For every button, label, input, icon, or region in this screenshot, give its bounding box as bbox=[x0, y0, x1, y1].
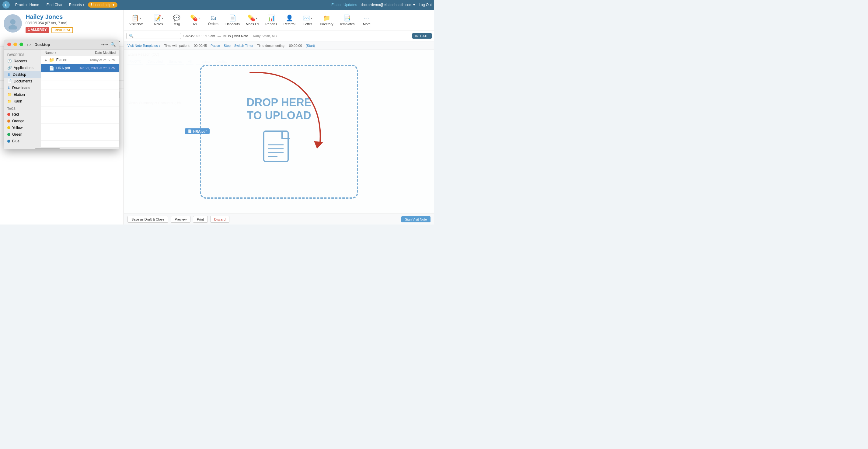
print-button[interactable]: Print bbox=[193, 216, 208, 223]
discard-button[interactable]: Discard bbox=[210, 216, 229, 223]
sign-visit-note-button[interactable]: Sign Visit Note bbox=[401, 216, 431, 222]
finder-row-empty-2 bbox=[41, 81, 119, 90]
content-area: Exam Reason (CC) Rx/OTC Controlled Sampl… bbox=[124, 50, 434, 214]
patient-name: Hailey Jones bbox=[26, 13, 73, 21]
referral-label: Referral bbox=[284, 22, 296, 26]
toolbar-msg[interactable]: 💬 Msg bbox=[168, 13, 186, 27]
finder-row-empty-8 bbox=[41, 132, 119, 140]
drop-zone[interactable]: DROP HERE TO UPLOAD bbox=[124, 50, 434, 214]
finder-nav-buttons: ‹ › bbox=[27, 42, 31, 47]
sidebar-karin[interactable]: 📁 Karin bbox=[4, 98, 41, 105]
karin-icon: 📁 bbox=[7, 99, 12, 103]
downloads-label: Downloads bbox=[12, 86, 30, 90]
rx-arrow: ▾ bbox=[198, 17, 200, 20]
elation-updates-link[interactable]: Elation Updates bbox=[331, 3, 357, 7]
meds-hx-label: Meds Hx bbox=[246, 22, 259, 26]
nav-reports-dropdown[interactable]: Reports ▾ bbox=[69, 3, 84, 7]
switch-timer-link[interactable]: Switch Timer bbox=[234, 44, 253, 47]
user-email-dropdown[interactable]: doctordemo@elationhealth.com ▾ bbox=[361, 3, 415, 7]
nav-reports-arrow: ▾ bbox=[83, 3, 84, 6]
top-nav: E Practice Home Find Chart Reports ▾ ! I… bbox=[0, 0, 434, 10]
finder-back-button[interactable]: ‹ bbox=[27, 42, 28, 47]
pause-link[interactable]: Pause bbox=[211, 44, 220, 47]
nav-find-chart[interactable]: Find Chart bbox=[45, 2, 65, 8]
toolbar-referral[interactable]: 👤 Referral bbox=[280, 13, 299, 27]
finder-sidebar: Favorites 🕐 Recents 🔗 Applications 🖥 Des… bbox=[4, 50, 41, 147]
meds-hx-arrow: ▾ bbox=[256, 17, 257, 20]
pdf-icon: 📄 bbox=[49, 66, 55, 71]
finder-title: Desktop bbox=[34, 42, 50, 47]
sidebar-applications[interactable]: 🔗 Applications bbox=[4, 64, 41, 71]
preview-button[interactable]: Preview bbox=[171, 216, 190, 223]
finder-row-empty-7 bbox=[41, 124, 119, 132]
finder-col-name-header[interactable]: Name ↑ bbox=[45, 51, 70, 55]
logout-link[interactable]: Log Out bbox=[418, 3, 432, 7]
tag-orange-label: Orange bbox=[12, 119, 24, 123]
drop-zone-box[interactable]: DROP HERE TO UPLOAD bbox=[200, 65, 358, 199]
toolbar-notes[interactable]: 📝 ▾ Notes bbox=[149, 13, 168, 27]
tag-orange-dot bbox=[7, 120, 10, 123]
toolbar-visit-note[interactable]: 📋 ▾ Visit Note bbox=[126, 13, 147, 27]
toolbar-orders[interactable]: 🗂 Orders bbox=[204, 13, 222, 27]
toolbar-more[interactable]: ⋯ More bbox=[358, 13, 376, 27]
sidebar-recents[interactable]: 🕐 Recents bbox=[4, 58, 41, 64]
finder-row-empty-6 bbox=[41, 115, 119, 124]
toolbar-handouts[interactable]: 📄 Handouts bbox=[222, 13, 243, 27]
finder-forward-button[interactable]: › bbox=[30, 42, 31, 47]
finder-row-elation[interactable]: ▶ 📁 Elation Today at 2:15 PM bbox=[41, 56, 119, 64]
tag-blue-dot bbox=[7, 140, 10, 143]
tag-green-dot bbox=[7, 133, 10, 136]
visit-note-bar: Visit Note Templates ↓ Time with patient… bbox=[124, 41, 434, 50]
tag-yellow[interactable]: Yellow bbox=[4, 124, 41, 131]
sidebar-downloads[interactable]: ⬇ Downloads bbox=[4, 85, 41, 91]
finder-scrollbar[interactable] bbox=[4, 147, 119, 149]
sidebar-documents[interactable]: 📄 Documents bbox=[4, 78, 41, 85]
handouts-icon: 📄 bbox=[229, 14, 237, 22]
toolbar: 📋 ▾ Visit Note 📝 ▾ Notes 💬 Msg bbox=[124, 10, 434, 30]
finder-search-button[interactable]: 🔍 bbox=[111, 42, 116, 47]
tag-orange[interactable]: Orange bbox=[4, 118, 41, 124]
toolbar-templates[interactable]: 📑 Templates bbox=[336, 13, 358, 27]
visit-note-templates-link[interactable]: Visit Note Templates ↓ bbox=[127, 44, 160, 47]
finder-row-hra[interactable]: 📄 HRA.pdf Dec 22, 2021 at 2:18 PM bbox=[41, 64, 119, 72]
visit-separator: — bbox=[218, 34, 221, 38]
window-close-button[interactable] bbox=[7, 42, 11, 46]
toolbar-reports[interactable]: 📊 Reports bbox=[262, 13, 280, 27]
patient-info: Hailey Jones 08/10/1954 (67 yrs, 7 mo) 1… bbox=[26, 13, 73, 33]
toolbar-meds-hx[interactable]: 💊 ▾ Meds Hx bbox=[243, 13, 262, 27]
nav-help[interactable]: ! I need help ▾ bbox=[88, 2, 118, 8]
save-draft-button[interactable]: Save as Draft & Close bbox=[127, 216, 168, 223]
drag-file-badge: 📄 HRA.pdf bbox=[185, 128, 210, 134]
visit-note-icon: 📋 bbox=[131, 14, 139, 22]
toolbar-directory[interactable]: 📁 Directory bbox=[317, 13, 336, 27]
window-maximize-button[interactable] bbox=[20, 42, 23, 46]
svg-point-0 bbox=[10, 19, 16, 25]
stop-link[interactable]: Stop bbox=[224, 44, 230, 47]
tag-red[interactable]: Red bbox=[4, 111, 41, 118]
tag-blue[interactable]: Blue bbox=[4, 138, 41, 145]
allergy-badge[interactable]: 1 ALLERGY bbox=[26, 27, 49, 33]
time-documenting-label: Time documenting: bbox=[257, 44, 285, 47]
search-input[interactable] bbox=[126, 33, 181, 39]
window-minimize-button[interactable] bbox=[13, 42, 17, 46]
initiate-button[interactable]: INITIATE bbox=[412, 33, 432, 39]
drag-file-name: HRA.pdf bbox=[193, 130, 207, 133]
sidebar-desktop[interactable]: 🖥 Desktop bbox=[4, 71, 41, 78]
start-link[interactable]: (Start) bbox=[306, 44, 315, 47]
tag-yellow-dot bbox=[7, 126, 10, 129]
risk-badge[interactable]: RISK 0.74 bbox=[52, 27, 73, 33]
tag-green[interactable]: Green bbox=[4, 131, 41, 138]
letter-arrow: ▾ bbox=[311, 17, 312, 20]
patient-avatar bbox=[4, 14, 22, 33]
desktop-label: Desktop bbox=[13, 72, 26, 77]
nav-practice-home[interactable]: Practice Home bbox=[13, 2, 41, 8]
toolbar-rx[interactable]: 💊 ▾ Rx bbox=[186, 13, 204, 27]
user-email-arrow: ▾ bbox=[413, 3, 415, 7]
svg-point-1 bbox=[8, 25, 17, 30]
help-label: I need help bbox=[93, 3, 111, 7]
sidebar-elation[interactable]: 📁 Elation bbox=[4, 91, 41, 98]
desktop-icon: 🖥 bbox=[7, 72, 11, 77]
letter-label: Letter bbox=[303, 22, 312, 26]
finder-options-button[interactable]: ⇢⇢ bbox=[101, 42, 108, 47]
toolbar-letter[interactable]: ✉️ ▾ Letter bbox=[299, 13, 317, 27]
